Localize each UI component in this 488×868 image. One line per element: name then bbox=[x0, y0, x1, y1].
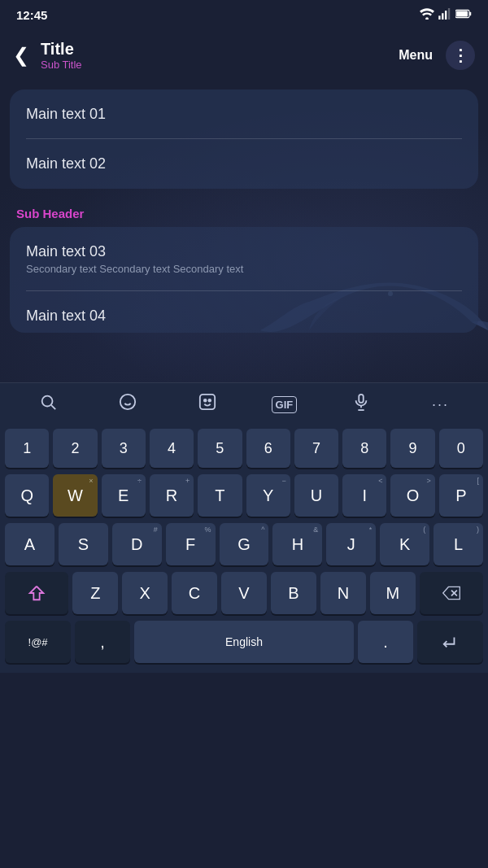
key-7-label: 7 bbox=[312, 440, 320, 457]
svg-point-11 bbox=[120, 395, 135, 409]
key-x[interactable]: X bbox=[122, 572, 168, 614]
key-8[interactable]: 8 bbox=[342, 429, 386, 468]
key-q[interactable]: Q bbox=[5, 474, 49, 517]
status-icons bbox=[420, 8, 472, 22]
battery-icon bbox=[455, 9, 472, 21]
qwerty-row: Q ×W ÷E +R T −Y U <I >O [P bbox=[0, 471, 488, 520]
key-b[interactable]: B bbox=[271, 572, 316, 614]
svg-rect-4 bbox=[448, 8, 450, 20]
list-item-1-main: Main text 01 bbox=[26, 106, 462, 123]
number-row: 1 2 3 4 5 6 7 8 9 0 bbox=[0, 425, 488, 471]
key-r[interactable]: +R bbox=[150, 474, 194, 517]
space-key[interactable]: English bbox=[134, 621, 354, 663]
comma-key[interactable]: , bbox=[75, 621, 130, 663]
key-t[interactable]: T bbox=[198, 474, 242, 517]
svg-rect-7 bbox=[456, 11, 468, 16]
key-e[interactable]: ÷E bbox=[102, 474, 146, 517]
list-item-4-main: Main text 04 bbox=[26, 308, 462, 325]
key-j[interactable]: *J bbox=[326, 523, 376, 565]
period-key[interactable]: . bbox=[358, 621, 413, 663]
key-n[interactable]: N bbox=[320, 572, 366, 614]
key-u[interactable]: U bbox=[294, 474, 338, 517]
svg-point-15 bbox=[204, 399, 207, 402]
key-y[interactable]: −Y bbox=[246, 474, 290, 517]
key-1[interactable]: 1 bbox=[5, 429, 49, 468]
app-bar-actions: Menu ⋮ bbox=[399, 41, 475, 70]
key-4-label: 4 bbox=[168, 440, 176, 457]
main-content: Main text 01 Main text 02 Sub Header Mai… bbox=[0, 81, 488, 382]
key-o[interactable]: >O bbox=[390, 474, 434, 517]
key-m[interactable]: M bbox=[370, 572, 416, 614]
symbol-key[interactable]: !@# bbox=[5, 621, 71, 663]
key-g[interactable]: ^G bbox=[220, 523, 269, 565]
asdf-row: A S #D %F ^G &H *J (K )L bbox=[0, 520, 488, 569]
key-s[interactable]: S bbox=[59, 523, 108, 565]
more-toolbar-button[interactable]: ··· bbox=[425, 393, 455, 417]
list-item-2-main: Main text 02 bbox=[26, 155, 462, 172]
list-item-3-secondary: Secondary text Secondary text Secondary … bbox=[26, 263, 462, 275]
app-bar: ❮ Title Sub Title Menu ⋮ bbox=[0, 29, 488, 81]
key-0-label: 0 bbox=[457, 440, 465, 457]
key-6[interactable]: 6 bbox=[246, 429, 290, 468]
key-1-label: 1 bbox=[23, 440, 31, 457]
key-9-label: 9 bbox=[409, 440, 417, 457]
list-item-3[interactable]: Main text 03 Secondary text Secondary te… bbox=[10, 227, 478, 291]
status-time: 12:45 bbox=[16, 8, 47, 22]
svg-rect-14 bbox=[200, 395, 215, 409]
gif-toolbar-button[interactable]: GIF bbox=[272, 396, 298, 413]
key-d[interactable]: #D bbox=[112, 523, 162, 565]
svg-rect-17 bbox=[359, 395, 364, 403]
more-button[interactable]: ⋮ bbox=[446, 41, 475, 70]
sticker-toolbar-button[interactable] bbox=[192, 390, 223, 419]
key-2[interactable]: 2 bbox=[53, 429, 97, 468]
key-f[interactable]: %F bbox=[166, 523, 216, 565]
menu-button[interactable]: Menu bbox=[399, 48, 433, 63]
key-w[interactable]: ×W bbox=[53, 474, 97, 517]
key-5[interactable]: 5 bbox=[198, 429, 242, 468]
search-toolbar-button[interactable] bbox=[33, 390, 63, 419]
key-8-label: 8 bbox=[360, 440, 368, 457]
back-button[interactable]: ❮ bbox=[13, 44, 29, 67]
keyboard-toolbar: GIF ··· bbox=[0, 382, 488, 425]
svg-point-0 bbox=[425, 17, 429, 20]
mic-toolbar-button[interactable] bbox=[346, 390, 377, 419]
key-4[interactable]: 4 bbox=[150, 429, 194, 468]
key-2-label: 2 bbox=[71, 440, 79, 457]
status-bar: 12:45 bbox=[0, 0, 488, 29]
key-p[interactable]: [P bbox=[439, 474, 483, 517]
emoji-toolbar-button[interactable] bbox=[112, 390, 143, 419]
key-v[interactable]: V bbox=[221, 572, 267, 614]
signal-icon bbox=[438, 8, 451, 22]
list-item-4[interactable]: Main text 04 bbox=[10, 291, 478, 333]
list-item-2[interactable]: Main text 02 bbox=[10, 139, 478, 189]
title-group: Title Sub Title bbox=[41, 40, 399, 71]
svg-rect-2 bbox=[442, 13, 443, 20]
key-7[interactable]: 7 bbox=[294, 429, 338, 468]
key-i[interactable]: <I bbox=[342, 474, 386, 517]
key-l[interactable]: )L bbox=[434, 523, 483, 565]
svg-line-10 bbox=[51, 405, 55, 409]
svg-point-16 bbox=[208, 399, 211, 402]
backspace-key[interactable] bbox=[420, 572, 483, 614]
shift-key[interactable] bbox=[5, 572, 68, 614]
key-0[interactable]: 0 bbox=[439, 429, 483, 468]
list-container-2: Main text 03 Secondary text Secondary te… bbox=[10, 227, 478, 333]
key-a[interactable]: A bbox=[5, 523, 54, 565]
key-k[interactable]: (K bbox=[380, 523, 429, 565]
key-3-label: 3 bbox=[120, 440, 128, 457]
enter-key[interactable] bbox=[417, 621, 483, 663]
key-c[interactable]: C bbox=[172, 572, 217, 614]
svg-rect-6 bbox=[469, 11, 471, 15]
key-6-label: 6 bbox=[264, 440, 272, 457]
key-z[interactable]: Z bbox=[72, 572, 118, 614]
wifi-icon bbox=[420, 8, 434, 22]
zxcv-row: Z X C V B N M bbox=[0, 569, 488, 617]
bottom-row: !@# , English . bbox=[0, 617, 488, 673]
list-item-1[interactable]: Main text 01 bbox=[10, 89, 478, 139]
keyboard: GIF ··· 1 2 3 4 5 6 7 8 9 0 Q ×W ÷E +R T… bbox=[0, 382, 488, 673]
key-9[interactable]: 9 bbox=[390, 429, 434, 468]
key-h[interactable]: &H bbox=[272, 523, 322, 565]
app-title: Title bbox=[41, 40, 399, 59]
list-container-1: Main text 01 Main text 02 bbox=[10, 89, 478, 189]
key-3[interactable]: 3 bbox=[102, 429, 146, 468]
